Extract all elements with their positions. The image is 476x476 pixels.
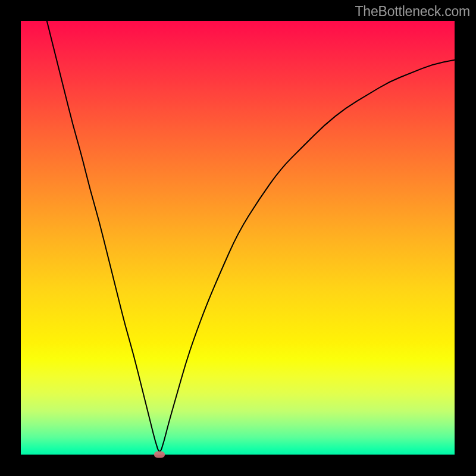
plot-area bbox=[21, 21, 455, 455]
watermark-text: TheBottleneck.com bbox=[355, 4, 470, 20]
chart-frame: TheBottleneck.com bbox=[0, 0, 476, 476]
